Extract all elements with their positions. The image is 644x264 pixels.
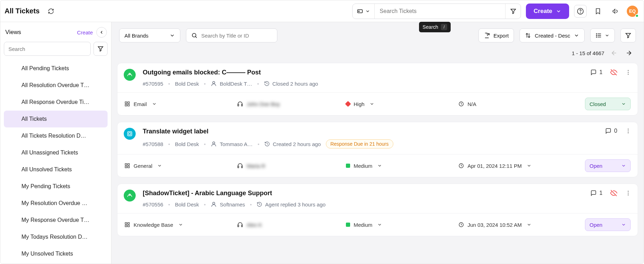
sidebar-view-item[interactable]: My Response Overdue T…	[4, 212, 108, 229]
ticket-title[interactable]: Outgoing emails blocked: C——— Post	[143, 69, 583, 76]
search-scope-select[interactable]	[353, 4, 375, 19]
ticket-priority-select[interactable]: High	[346, 101, 458, 107]
filter-icon	[625, 32, 631, 39]
ticket-status-select[interactable]: Closed	[585, 98, 631, 110]
brand-select[interactable]: All Brands	[119, 28, 180, 42]
ticket-requester[interactable]: BoldDesk T…	[211, 80, 252, 87]
list-toolbar: All Brands Export Created - Desc	[111, 22, 644, 46]
ticket-more-button[interactable]	[625, 69, 631, 75]
svg-rect-26	[128, 104, 129, 106]
pagination-next[interactable]	[624, 48, 634, 58]
svg-rect-39	[128, 166, 129, 168]
views-filter-button[interactable]	[94, 42, 108, 56]
global-search-filter[interactable]	[505, 4, 521, 19]
comment-count[interactable]: 0	[605, 128, 617, 134]
sidebar-view-item[interactable]: All Resolution Overdue T…	[4, 77, 108, 94]
ticket-agent-select[interactable]: John Doe Boy	[237, 101, 346, 107]
ticket-priority-select[interactable]: Medium	[346, 163, 458, 169]
announcements-button[interactable]	[609, 5, 622, 18]
global-search-input[interactable]	[375, 4, 505, 19]
ticket-category-select[interactable]: Email	[124, 101, 237, 107]
views-search-input[interactable]	[4, 42, 91, 56]
ticket-card: Translate widget label#570588•Bold Desk•…	[117, 122, 638, 177]
sidebar-view-item[interactable]: All Pending Tickets	[4, 60, 108, 77]
bookmark-icon	[594, 8, 601, 15]
ticket-card: [ShadowTicket] - Arabic Language Support…	[117, 184, 638, 236]
create-view-link[interactable]: Create	[77, 29, 93, 35]
sort-select[interactable]: Created - Desc	[520, 28, 585, 42]
search-icon	[191, 32, 198, 39]
ticket-search	[186, 28, 277, 42]
ticket-status-select[interactable]: Open	[585, 159, 631, 172]
ticket-requester[interactable]: Tommaso A…	[211, 141, 252, 147]
sidebar-view-item[interactable]: My Unsolved Tickets	[4, 245, 108, 262]
sidebar-view-item[interactable]: All Response Overdue Ti…	[4, 94, 108, 111]
ticket-more-button[interactable]	[625, 190, 631, 196]
sidebar-view-item[interactable]: My Resolution Overdue …	[4, 195, 108, 212]
brand-select-label: All Brands	[124, 33, 148, 39]
priority-indicator	[346, 223, 350, 227]
ticket-status-select[interactable]: Open	[585, 218, 631, 231]
sidebar: Views Create All Pending TicketsAll Reso…	[0, 22, 111, 264]
ticket-activity: Closed 2 hours ago	[264, 81, 318, 87]
ticket-category-select[interactable]: General	[124, 163, 237, 169]
list-filter-button[interactable]	[620, 28, 636, 42]
comment-count[interactable]: 1	[590, 190, 603, 196]
layout-select[interactable]	[590, 28, 615, 42]
svg-point-21	[628, 72, 629, 73]
ticket-more-button[interactable]	[625, 128, 631, 134]
refresh-button[interactable]	[45, 5, 57, 18]
ticket-card: Outgoing emails blocked: C——— Post#57059…	[117, 63, 638, 116]
create-button[interactable]: Create	[526, 4, 569, 19]
ticket-agent-select[interactable]: Alex K	[237, 222, 346, 228]
collapse-sidebar-button[interactable]	[96, 27, 107, 38]
user-avatar[interactable]: EQ	[627, 6, 638, 17]
sidebar-view-item[interactable]: All Tickets	[4, 111, 108, 127]
hidden-indicator-icon	[610, 190, 617, 197]
sidebar-view-item[interactable]: All Tickets Resolution D…	[4, 127, 108, 144]
ticket-title[interactable]: [ShadowTicket] - Arabic Language Support	[143, 190, 583, 197]
ticket-requester[interactable]: Softnames	[211, 201, 245, 207]
ticket-category-select[interactable]: Knowledge Base	[124, 222, 237, 228]
pagination-prev[interactable]	[609, 48, 619, 58]
svg-rect-51	[125, 225, 127, 227]
svg-rect-54	[242, 225, 243, 227]
ticket-date[interactable]: N/A	[458, 101, 585, 107]
ticket-agent-select[interactable]: Maria R	[237, 163, 346, 169]
ticket-brand: Bold Desk	[175, 141, 199, 147]
ticket-source-icon	[124, 190, 136, 202]
avatar-initials: EQ	[629, 8, 636, 14]
ticket-title[interactable]: Translate widget label	[143, 128, 598, 135]
comment-count[interactable]: 1	[590, 69, 603, 75]
sidebar-view-item[interactable]: All Unassigned Tickets	[4, 144, 108, 161]
help-button[interactable]	[574, 5, 587, 18]
svg-rect-23	[125, 102, 127, 104]
ticket-meta: #570595•Bold Desk•BoldDesk T…•Closed 2 h…	[143, 80, 583, 87]
chevron-down-icon	[365, 9, 370, 14]
ticket-source-icon	[124, 128, 136, 140]
ticket-search-input[interactable]	[201, 33, 272, 39]
ticket-date[interactable]: Apr 01, 2024 12:11 PM	[458, 163, 585, 169]
sidebar-view-item[interactable]: My Todays Resolution D…	[4, 229, 108, 245]
svg-point-6	[192, 33, 196, 37]
ticket-id[interactable]: #570556	[143, 202, 163, 207]
ticket-meta: #570556•Bold Desk•Softnames•Agent replie…	[143, 201, 583, 207]
sidebar-view-item[interactable]: All Unsolved Tickets	[4, 161, 108, 178]
svg-point-4	[580, 12, 581, 13]
ticket-id[interactable]: #570588	[143, 141, 163, 147]
svg-point-11	[596, 34, 597, 34]
svg-rect-53	[238, 225, 239, 227]
ticket-id[interactable]: #570595	[143, 81, 163, 87]
svg-point-12	[596, 35, 597, 36]
ticket-date[interactable]: Jun 03, 2024 10:52 AM	[458, 222, 585, 228]
search-tooltip: Search /	[419, 22, 451, 32]
sort-label: Created - Desc	[535, 33, 570, 39]
refresh-icon	[48, 8, 54, 14]
export-button[interactable]: Export	[478, 28, 514, 42]
ticket-icon	[357, 8, 363, 14]
ticket-priority-select[interactable]: Medium	[346, 222, 458, 228]
priority-indicator	[345, 101, 351, 107]
sidebar-view-item[interactable]: My Pending Tickets	[4, 178, 108, 195]
bookmark-button[interactable]	[592, 5, 604, 18]
priority-indicator	[346, 164, 350, 168]
